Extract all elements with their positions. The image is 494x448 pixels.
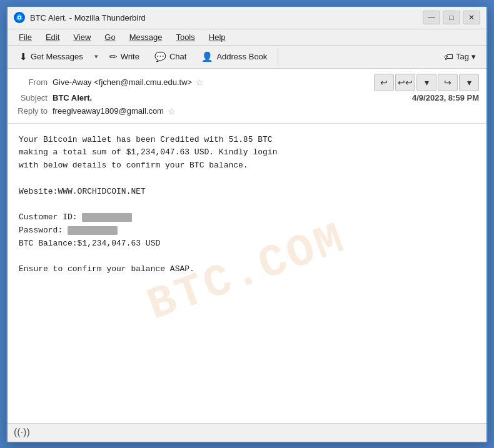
menu-file-label: File xyxy=(19,32,32,42)
reply-to-row: Reply to freegiveaway1809@gmail.com ☆ xyxy=(15,104,479,118)
get-messages-button[interactable]: ⬇ Get Messages xyxy=(13,48,90,66)
get-messages-icon: ⬇ xyxy=(19,51,28,62)
forward-button[interactable]: ↪ xyxy=(438,74,458,91)
menu-edit[interactable]: Edit xyxy=(39,31,66,44)
body-ensure: Ensure to confirm your balance ASAP. xyxy=(19,263,475,276)
body-website: Website:WWW.ORCHIDCOIN.NET xyxy=(19,186,475,199)
write-button[interactable]: ✏ Write xyxy=(103,48,146,66)
email-content: Your Bitcoin wallet has been Credited wi… xyxy=(19,134,475,277)
menu-help[interactable]: Help xyxy=(203,31,232,44)
status-bar: ((·)) xyxy=(8,423,486,442)
reply-star-icon[interactable]: ☆ xyxy=(168,106,176,116)
title-controls: — □ ✕ xyxy=(423,11,480,24)
close-button[interactable]: ✕ xyxy=(463,11,480,24)
write-icon: ✏ xyxy=(109,51,118,62)
body-customer-id: Customer ID: xyxy=(19,211,475,224)
menu-tools[interactable]: Tools xyxy=(169,31,201,44)
more-actions-dropdown[interactable]: ▾ xyxy=(416,74,436,91)
menu-message-label: Message xyxy=(129,32,163,42)
toolbar: ⬇ Get Messages ▾ ✏ Write 💬 Chat 👤 Addres… xyxy=(8,46,486,69)
menu-go-label: Go xyxy=(104,32,115,42)
maximize-button[interactable]: □ xyxy=(443,11,460,24)
email-actions: ↩ ↩↩ ▾ ↪ ▾ xyxy=(374,74,479,91)
customer-id-value xyxy=(82,213,132,222)
app-icon xyxy=(14,12,25,23)
tag-button[interactable]: 🏷 Tag ▾ xyxy=(438,48,481,65)
main-window: BTC Alert. - Mozilla Thunderbird — □ ✕ F… xyxy=(6,6,488,443)
subject-value: BTC Alert. 4/9/2023, 8:59 PM xyxy=(53,93,479,102)
tag-dropdown-icon: ▾ xyxy=(471,52,476,61)
email-body: BTC.COM Your Bitcoin wallet has been Cre… xyxy=(8,124,486,423)
reply-all-button[interactable]: ↩↩ xyxy=(395,74,415,91)
subject-row: Subject BTC Alert. 4/9/2023, 8:59 PM xyxy=(15,91,479,104)
menu-file[interactable]: File xyxy=(13,31,38,44)
title-bar: BTC Alert. - Mozilla Thunderbird — □ ✕ xyxy=(8,7,486,29)
subject-label: Subject xyxy=(15,93,53,102)
menu-edit-label: Edit xyxy=(46,32,59,42)
address-book-icon: 👤 xyxy=(201,51,213,62)
chat-button[interactable]: 💬 Chat xyxy=(148,48,193,66)
chat-label: Chat xyxy=(169,52,186,61)
connection-icon: ((·)) xyxy=(14,427,30,438)
menu-view-label: View xyxy=(73,32,91,42)
forward-dropdown[interactable]: ▾ xyxy=(459,74,479,91)
menu-view[interactable]: View xyxy=(67,31,97,44)
password-value xyxy=(68,226,118,235)
email-date: 4/9/2023, 8:59 PM xyxy=(412,93,479,102)
menu-bar: File Edit View Go Message Tools Help xyxy=(8,29,486,46)
header-from-row: From Give-Away <fjchen@mail.cmu.edu.tw> … xyxy=(15,74,479,91)
get-messages-dropdown[interactable]: ▾ xyxy=(91,49,101,64)
tag-label: Tag xyxy=(456,52,469,61)
window-title: BTC Alert. - Mozilla Thunderbird xyxy=(30,13,146,22)
reply-button[interactable]: ↩ xyxy=(374,74,394,91)
from-row: From Give-Away <fjchen@mail.cmu.edu.tw> … xyxy=(15,76,374,89)
menu-message[interactable]: Message xyxy=(123,31,169,44)
toolbar-divider xyxy=(278,48,278,66)
chat-icon: 💬 xyxy=(154,51,166,62)
reply-to-label: Reply to xyxy=(15,106,53,116)
menu-go[interactable]: Go xyxy=(98,31,121,44)
address-book-label: Address Book xyxy=(216,52,267,61)
menu-tools-label: Tools xyxy=(176,32,194,42)
minimize-button[interactable]: — xyxy=(423,11,440,24)
address-book-button[interactable]: 👤 Address Book xyxy=(194,48,274,66)
from-value: Give-Away <fjchen@mail.cmu.edu.tw> ☆ xyxy=(53,77,374,87)
subject-text: BTC Alert. xyxy=(53,93,92,102)
svg-point-2 xyxy=(19,17,21,19)
email-header: From Give-Away <fjchen@mail.cmu.edu.tw> … xyxy=(8,69,486,124)
body-btc-balance: BTC Balance:$1,234,047.63 USD xyxy=(19,237,475,251)
from-section: From Give-Away <fjchen@mail.cmu.edu.tw> … xyxy=(15,76,374,89)
from-address: Give-Away <fjchen@mail.cmu.edu.tw> xyxy=(53,77,192,87)
body-paragraph-1: Your Bitcoin wallet has been Credited wi… xyxy=(19,134,475,172)
reply-to-value: freegiveaway1809@gmail.com ☆ xyxy=(53,106,479,116)
title-left: BTC Alert. - Mozilla Thunderbird xyxy=(14,12,146,23)
reply-to-address: freegiveaway1809@gmail.com xyxy=(53,106,164,116)
get-messages-label: Get Messages xyxy=(31,52,83,61)
body-password: Password: xyxy=(19,224,475,237)
from-star-icon[interactable]: ☆ xyxy=(196,77,204,87)
menu-help-label: Help xyxy=(209,32,226,42)
write-label: Write xyxy=(121,52,139,61)
tag-icon: 🏷 xyxy=(444,51,453,62)
from-label: From xyxy=(15,77,53,87)
